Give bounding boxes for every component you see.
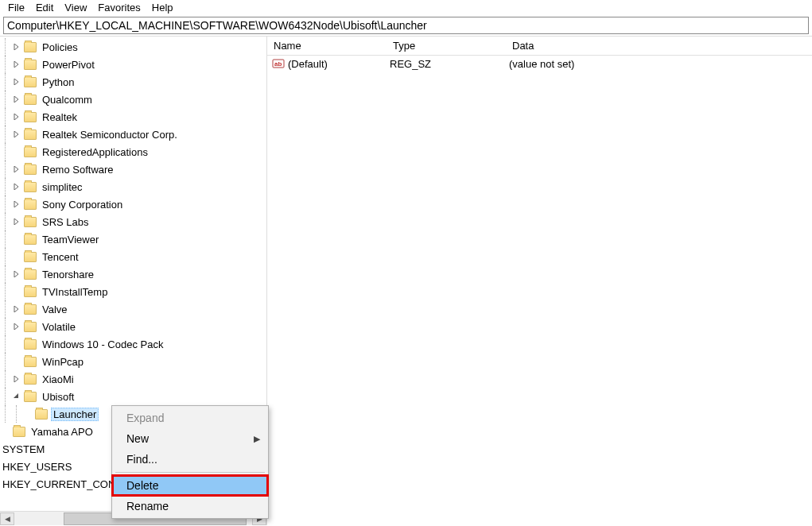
address-bar[interactable]: Computer\HKEY_LOCAL_MACHINE\SOFTWARE\WOW… — [3, 17, 809, 34]
menu-edit[interactable]: Edit — [36, 2, 53, 14]
chevron-right-icon[interactable] — [11, 129, 22, 140]
ctx-find[interactable]: Find... — [112, 449, 268, 470]
tree-item[interactable]: WinPcap — [0, 353, 266, 370]
chevron-right-icon[interactable] — [11, 216, 22, 227]
tree-item[interactable]: RegisteredApplications — [0, 143, 266, 161]
tree-indent-guide — [0, 108, 11, 126]
tree-item[interactable]: simplitec — [0, 178, 266, 195]
folder-icon — [24, 217, 37, 227]
tree-item-label: TVInstallTemp — [40, 286, 110, 298]
submenu-arrow-icon: ▶ — [254, 434, 260, 444]
folder-icon — [24, 374, 37, 385]
tree-item-label: simplitec — [40, 181, 85, 193]
tree-item-label: XiaoMi — [40, 373, 76, 385]
tree-item-label: Valve — [40, 304, 70, 315]
tree-item[interactable]: SRS Labs — [0, 213, 266, 230]
tree-item-label: Ubisoft — [40, 391, 76, 403]
folder-icon — [24, 42, 37, 52]
tree-item[interactable]: Ubisoft — [0, 388, 266, 405]
chevron-right-icon[interactable] — [11, 76, 22, 87]
tree-indent-guide — [0, 370, 11, 388]
tree-indent-guide — [0, 300, 11, 318]
menu-view[interactable]: View — [64, 2, 87, 14]
menubar: File Edit View Favorites Help — [0, 0, 812, 17]
tree-spacer — [11, 251, 22, 262]
menu-favorites[interactable]: Favorites — [98, 2, 140, 14]
tree-item[interactable]: Policies — [0, 38, 266, 56]
tree-item-label: Tencent — [40, 251, 81, 263]
tree-item[interactable]: Volatile — [0, 318, 266, 335]
col-data[interactable]: Data — [506, 37, 812, 55]
tree-item-label: Python — [40, 76, 76, 88]
tree-item[interactable]: Qualcomm — [0, 91, 266, 108]
tree-item-label: Volatile — [40, 321, 78, 333]
tree-item[interactable]: PowerPivot — [0, 56, 266, 73]
tree-indent-guide — [0, 248, 11, 265]
value-data: (value not set) — [509, 58, 807, 70]
tree-item-label: SRS Labs — [40, 216, 91, 228]
ctx-rename[interactable]: Rename — [112, 496, 268, 516]
ctx-expand[interactable]: Expand — [112, 408, 268, 428]
chevron-right-icon[interactable] — [11, 94, 22, 105]
ctx-delete[interactable]: Delete — [112, 475, 268, 496]
tree-item[interactable]: Valve — [0, 300, 266, 318]
chevron-right-icon[interactable] — [11, 111, 22, 122]
chevron-right-icon[interactable] — [11, 181, 22, 192]
tree-indent-guide — [0, 388, 11, 405]
tree-item[interactable]: Realtek — [0, 108, 266, 126]
tree-item[interactable]: TeamViewer — [0, 230, 266, 248]
tree-indent-guide — [0, 265, 11, 283]
tree-item[interactable]: Python — [0, 73, 266, 91]
tree-item-label: Realtek Semiconductor Corp. — [40, 129, 180, 141]
col-name[interactable]: Name — [267, 37, 387, 55]
menu-file[interactable]: File — [8, 2, 25, 14]
folder-icon — [13, 427, 25, 437]
chevron-down-icon[interactable] — [11, 391, 22, 402]
chevron-right-icon[interactable] — [11, 199, 22, 210]
value-row[interactable]: ab (Default) REG_SZ (value not set) — [267, 56, 812, 72]
tree-indent-guide — [11, 405, 22, 423]
chevron-right-icon[interactable] — [11, 59, 22, 70]
tree-indent-guide — [0, 143, 11, 161]
tree-indent-guide — [0, 91, 11, 108]
tree-item-label: TeamViewer — [40, 234, 101, 246]
chevron-right-icon[interactable] — [11, 373, 22, 385]
chevron-right-icon[interactable] — [11, 304, 22, 315]
folder-icon — [24, 287, 37, 297]
tree-item[interactable]: Tencent — [0, 248, 266, 265]
tree-item-label: Remo Software — [40, 164, 116, 176]
tree-item[interactable]: Sony Corporation — [0, 195, 266, 213]
chevron-right-icon[interactable] — [11, 269, 22, 280]
tree-item-label: WinPcap — [40, 356, 86, 368]
tree-spacer — [22, 408, 33, 420]
col-type[interactable]: Type — [387, 37, 506, 55]
chevron-right-icon[interactable] — [11, 164, 22, 175]
tree-item-label: Launcher — [51, 408, 99, 421]
tree-item[interactable]: Windows 10 - Codec Pack — [0, 335, 266, 353]
tree-item[interactable]: XiaoMi — [0, 370, 266, 388]
folder-icon — [24, 60, 37, 70]
tree-item[interactable]: Remo Software — [0, 161, 266, 178]
chevron-right-icon[interactable] — [11, 321, 22, 332]
folder-icon — [24, 77, 37, 87]
tree-item[interactable]: Tenorshare — [0, 265, 266, 283]
ctx-separator — [115, 472, 265, 473]
folder-icon — [24, 130, 37, 140]
value-type: REG_SZ — [390, 58, 509, 70]
values-pane: Name Type Data ab (Default) REG_SZ (valu… — [267, 37, 812, 525]
tree-item-label: Tenorshare — [40, 269, 96, 280]
tree-item[interactable]: TVInstallTemp — [0, 283, 266, 300]
tree-spacer — [11, 146, 22, 157]
tree-indent-guide — [0, 178, 11, 195]
tree-indent-guide — [0, 213, 11, 230]
tree-item[interactable]: Realtek Semiconductor Corp. — [0, 126, 266, 143]
tree-item-label: Qualcomm — [40, 94, 95, 106]
chevron-right-icon[interactable] — [11, 41, 22, 52]
ctx-new[interactable]: New ▶ — [112, 428, 268, 449]
folder-icon — [24, 322, 37, 332]
scroll-left-icon[interactable]: ◀ — [0, 512, 14, 525]
tree-indent-guide — [0, 38, 11, 56]
svg-text:ab: ab — [274, 60, 282, 68]
menu-help[interactable]: Help — [152, 2, 173, 14]
tree-indent-guide — [0, 161, 11, 178]
